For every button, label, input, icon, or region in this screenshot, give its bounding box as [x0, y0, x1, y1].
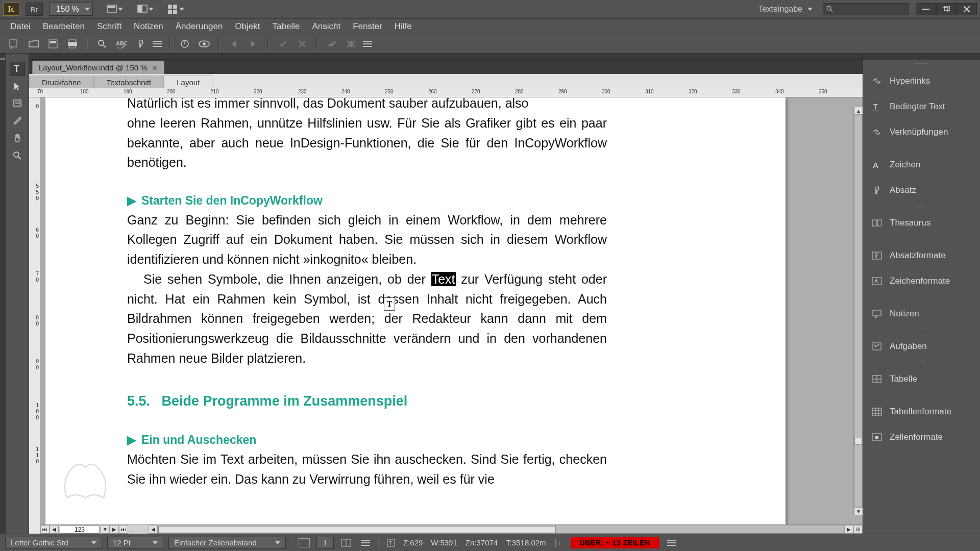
svg-text:T: T: [389, 541, 392, 546]
close-button[interactable]: [957, 3, 977, 15]
menu-notizen[interactable]: Notizen: [128, 19, 169, 34]
first-page-button[interactable]: ⏮: [40, 525, 50, 534]
panel-character-styles[interactable]: AZeichenformate: [863, 270, 980, 292]
screen-mode-button[interactable]: [137, 3, 154, 16]
accept-all-button[interactable]: [325, 38, 339, 50]
panel-assignments[interactable]: Aufgaben: [863, 335, 980, 358]
copyfit-overset-badge: ÜBER: ~ 13 ZEILEN: [571, 537, 659, 548]
panel-paragraph[interactable]: Absatz: [863, 179, 980, 202]
zoom-tool[interactable]: [10, 148, 25, 163]
next-page-button[interactable]: ▶: [110, 525, 119, 534]
svg-rect-7: [173, 10, 177, 14]
panel-links[interactable]: Verknüpfungen: [863, 121, 980, 143]
position-tool[interactable]: [10, 79, 25, 93]
scroll-right-button[interactable]: ▶: [844, 525, 853, 534]
note-tool[interactable]: [10, 96, 25, 111]
type-tool[interactable]: T: [10, 62, 25, 76]
reject-all-button[interactable]: [344, 38, 358, 50]
scroll-thumb[interactable]: [158, 526, 556, 533]
reject-change-button[interactable]: [295, 38, 309, 50]
update-design-button[interactable]: [7, 38, 21, 50]
zoom-level-dropdown[interactable]: 150 %: [49, 3, 93, 16]
menu-schrift[interactable]: Schrift: [91, 19, 128, 34]
preview-button[interactable]: [197, 38, 211, 50]
vertical-ruler[interactable]: 0 5 5 0 6 0 7 0 8 0 9 0 1 0 0 1 1 0: [29, 97, 40, 534]
panel-hyperlinks[interactable]: Hyperlinks: [863, 70, 980, 92]
menu-objekt[interactable]: Objekt: [229, 19, 266, 34]
last-page-button[interactable]: ⏭: [119, 525, 128, 534]
menu-datei[interactable]: Datei: [4, 19, 37, 34]
leading-dropdown[interactable]: Einfacher Zeilenabstand: [168, 537, 286, 549]
tab-layout[interactable]: Layout: [164, 76, 212, 88]
bridge-button[interactable]: Br: [26, 3, 43, 16]
dock-collapse-grip[interactable]: [863, 54, 980, 60]
font-family-dropdown[interactable]: Letter Gothic Std: [5, 537, 102, 549]
go-forward-button[interactable]: [246, 38, 260, 50]
chevron-down-icon: [82, 8, 92, 11]
workspace-dropdown[interactable]: Texteingabe: [753, 3, 818, 16]
scroll-down-button[interactable]: ▼: [854, 507, 863, 515]
panel-character[interactable]: AZeichen: [863, 154, 980, 176]
menu-aenderungen[interactable]: Änderungen: [169, 19, 229, 34]
go-back-button[interactable]: [227, 38, 241, 50]
arrange-documents-button[interactable]: [167, 3, 185, 16]
search-input[interactable]: [823, 3, 909, 15]
vertical-scrollbar[interactable]: ▲ ▼: [853, 107, 863, 515]
split-view-button[interactable]: ⊞: [853, 525, 863, 534]
font-size-dropdown[interactable]: 12 Pt: [107, 537, 163, 549]
horizontal-ruler[interactable]: 70 180 190 200 210 220 230 240 250 260 2…: [29, 88, 863, 97]
find-button[interactable]: [95, 38, 109, 50]
print-button[interactable]: [65, 38, 80, 50]
ruler-tick: 9: [36, 359, 39, 364]
span-columns-icon[interactable]: [339, 537, 353, 549]
scroll-thumb[interactable]: [854, 438, 862, 445]
show-hidden-chars-button[interactable]: [134, 38, 148, 50]
toolbox: T: [6, 54, 29, 534]
panel-table-styles[interactable]: Tabellenformate: [863, 400, 980, 423]
checkout-off-button[interactable]: [178, 38, 192, 50]
strip-menu-2[interactable]: [360, 38, 375, 50]
panel-paragraph-styles[interactable]: Absatzformate: [863, 244, 980, 267]
minimize-button[interactable]: [916, 3, 936, 15]
page-number-field[interactable]: 123: [60, 525, 100, 534]
hand-tool[interactable]: [10, 131, 25, 145]
close-tab-icon[interactable]: ✕: [152, 64, 158, 72]
collapse-toolbox-grip[interactable]: ▸▸: [0, 54, 6, 534]
ruler-tick: 280: [515, 89, 524, 94]
scroll-left-button[interactable]: ◀: [149, 525, 158, 534]
info-menu-1[interactable]: [358, 537, 373, 549]
ruler-tick: 5: [36, 189, 39, 195]
panel-thesaurus[interactable]: Thesaurus: [863, 212, 980, 234]
tab-textabschnitt[interactable]: Textabschnitt: [94, 76, 164, 88]
open-file-button[interactable]: [27, 38, 41, 50]
menu-tabelle[interactable]: Tabelle: [266, 19, 306, 34]
menu-hilfe[interactable]: Hilfe: [388, 19, 418, 34]
page-dropdown[interactable]: ▼: [101, 525, 110, 534]
text-frame[interactable]: Natürlich ist es immer sinnvoll, das Dok…: [127, 97, 607, 489]
menu-ansicht[interactable]: Ansicht: [306, 19, 347, 34]
info-menu-2[interactable]: [665, 537, 679, 549]
view-options-button[interactable]: [106, 3, 124, 16]
paragraph-icon: [871, 186, 883, 195]
panel-table[interactable]: Tabelle: [863, 368, 980, 390]
spellcheck-button[interactable]: ABC: [114, 38, 129, 50]
page-canvas[interactable]: Natürlich ist es immer sinnvoll, das Dok…: [40, 97, 863, 524]
ruler-tick: 1: [36, 453, 39, 458]
strip-menu-1[interactable]: [150, 38, 164, 50]
maximize-button[interactable]: [936, 3, 957, 15]
scroll-up-button[interactable]: ▲: [854, 107, 863, 115]
prev-page-button[interactable]: ◀: [50, 525, 59, 534]
horizontal-scrollbar[interactable]: [158, 525, 844, 534]
panel-conditional-text[interactable]: TBedingter Text: [863, 95, 980, 118]
accept-change-button[interactable]: [276, 38, 290, 50]
story-view-tabs: Druckfahne Textabschnitt Layout: [29, 74, 863, 88]
panel-notes[interactable]: Notizen: [863, 303, 980, 325]
menu-bearbeiten[interactable]: Bearbeiten: [37, 19, 91, 34]
columns-field[interactable]: 1: [316, 537, 334, 549]
tab-druckfahne[interactable]: Druckfahne: [29, 76, 94, 88]
panel-cell-styles[interactable]: Zellenformate: [863, 426, 980, 448]
document-tab[interactable]: Layout_Workflow.indd @ 150 % ✕: [32, 61, 164, 74]
eyedropper-tool[interactable]: [10, 114, 25, 128]
save-button[interactable]: [46, 38, 60, 50]
menu-fenster[interactable]: Fenster: [347, 19, 388, 34]
